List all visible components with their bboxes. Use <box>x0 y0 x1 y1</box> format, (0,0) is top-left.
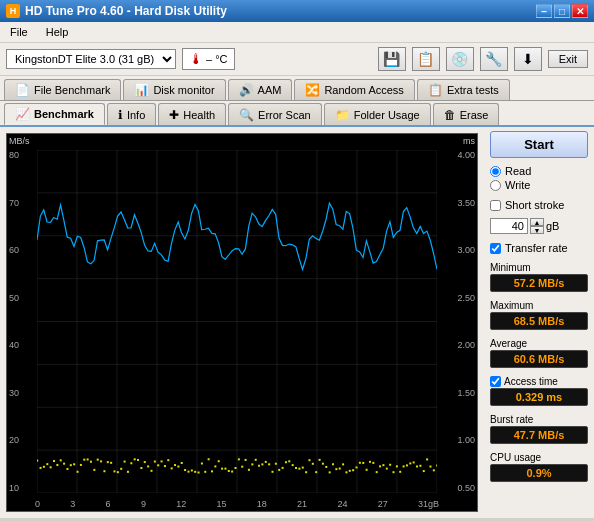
short-stroke-row: Short stroke <box>490 199 588 211</box>
tab-benchmark[interactable]: 📈 Benchmark <box>4 103 105 125</box>
chart-right-axis: 4.003.503.002.502.001.501.000.50 <box>457 150 475 493</box>
tab-extra-tests[interactable]: 📋 Extra tests <box>417 79 510 100</box>
write-radio[interactable] <box>490 180 501 191</box>
health-icon: ✚ <box>169 108 179 122</box>
read-write-group: Read Write <box>490 165 588 191</box>
menu-bar: File Help <box>0 22 594 43</box>
file-benchmark-icon: 📄 <box>15 83 30 97</box>
access-time-value: 0.329 ms <box>490 388 588 406</box>
toolbar-btn-4[interactable]: 🔧 <box>480 47 508 71</box>
close-button[interactable]: ✕ <box>572 4 588 18</box>
temperature-value: – °C <box>206 53 228 65</box>
burst-rate-label: Burst rate <box>490 414 533 425</box>
average-block: Average 60.6 MB/s <box>490 338 588 368</box>
burst-rate-block: Burst rate 47.7 MB/s <box>490 414 588 444</box>
read-radio[interactable] <box>490 166 501 177</box>
exit-button[interactable]: Exit <box>548 50 588 68</box>
spinner-up[interactable]: ▲ <box>530 218 544 226</box>
transfer-rate-label: Transfer rate <box>505 242 568 254</box>
tab-folder-usage[interactable]: 📁 Folder Usage <box>324 103 431 125</box>
tab-disk-monitor[interactable]: 📊 Disk monitor <box>123 79 225 100</box>
read-label: Read <box>505 165 531 177</box>
short-stroke-checkbox[interactable] <box>490 200 501 211</box>
window-title: HD Tune Pro 4.60 - Hard Disk Utility <box>25 4 227 18</box>
random-access-icon: 🔀 <box>305 83 320 97</box>
chart-ms-label: ms <box>463 136 475 146</box>
tab-aam[interactable]: 🔊 AAM <box>228 79 293 100</box>
start-button[interactable]: Start <box>490 131 588 158</box>
thermometer-icon: 🌡 <box>189 51 203 67</box>
aam-icon: 🔊 <box>239 83 254 97</box>
maximize-button[interactable]: □ <box>554 4 570 18</box>
maximum-block: Maximum 68.5 MB/s <box>490 300 588 330</box>
tabs-row-1: 📄 File Benchmark 📊 Disk monitor 🔊 AAM 🔀 … <box>0 76 594 101</box>
tab-random-access[interactable]: 🔀 Random Access <box>294 79 414 100</box>
chart-area: MB/s ms 4.003.503.002.502.001.501.000.50… <box>6 133 478 512</box>
erase-icon: 🗑 <box>444 108 456 122</box>
toolbar: KingstonDT Elite 3.0 (31 gB) 🌡 – °C 💾 📋 … <box>0 43 594 76</box>
benchmark-chart <box>37 150 437 493</box>
chart-left-axis: 8070605040302010 <box>9 150 19 493</box>
cpu-label: CPU usage <box>490 452 588 463</box>
access-time-block: Access time 0.329 ms <box>490 376 588 406</box>
tab-file-benchmark[interactable]: 📄 File Benchmark <box>4 79 121 100</box>
average-label: Average <box>490 338 527 349</box>
toolbar-btn-5[interactable]: ⬇ <box>514 47 542 71</box>
spinner-input[interactable] <box>490 218 528 234</box>
title-bar: H HD Tune Pro 4.60 - Hard Disk Utility –… <box>0 0 594 22</box>
menu-file[interactable]: File <box>6 24 32 40</box>
benchmark-icon: 📈 <box>15 107 30 121</box>
minimum-value: 57.2 MB/s <box>490 274 588 292</box>
average-value: 60.6 MB/s <box>490 350 588 368</box>
toolbar-btn-1[interactable]: 💾 <box>378 47 406 71</box>
folder-usage-icon: 📁 <box>335 108 350 122</box>
disk-monitor-icon: 📊 <box>134 83 149 97</box>
right-panel: Start Read Write Short stroke ▲ ▼ gB <box>484 127 594 518</box>
tab-erase[interactable]: 🗑 Erase <box>433 103 500 125</box>
spinner-buttons: ▲ ▼ <box>530 218 544 234</box>
minimum-label: Minimum <box>490 262 531 273</box>
cpu-block: CPU usage 0.9% <box>490 452 588 482</box>
info-icon: ℹ <box>118 108 123 122</box>
minimum-block: Minimum 57.2 MB/s <box>490 262 588 292</box>
maximum-label: Maximum <box>490 300 533 311</box>
maximum-value: 68.5 MB/s <box>490 312 588 330</box>
access-time-label: Access time <box>504 376 558 387</box>
spinner-row: ▲ ▼ gB <box>490 218 588 234</box>
error-scan-icon: 🔍 <box>239 108 254 122</box>
spinner-down[interactable]: ▼ <box>530 226 544 234</box>
drive-selector[interactable]: KingstonDT Elite 3.0 (31 gB) <box>6 49 176 69</box>
chart-mbs-label: MB/s <box>9 136 30 146</box>
menu-help[interactable]: Help <box>42 24 73 40</box>
spinner-unit: gB <box>546 220 559 232</box>
app-icon: H <box>6 4 20 18</box>
tab-error-scan[interactable]: 🔍 Error Scan <box>228 103 322 125</box>
extra-tests-icon: 📋 <box>428 83 443 97</box>
toolbar-btn-2[interactable]: 📋 <box>412 47 440 71</box>
transfer-rate-row: Transfer rate <box>490 242 588 254</box>
minimize-button[interactable]: – <box>536 4 552 18</box>
tab-health[interactable]: ✚ Health <box>158 103 226 125</box>
burst-rate-value: 47.7 MB/s <box>490 426 588 444</box>
temperature-display: 🌡 – °C <box>182 48 235 70</box>
tabs-row-2: 📈 Benchmark ℹ Info ✚ Health 🔍 Error Scan… <box>0 101 594 127</box>
tab-info[interactable]: ℹ Info <box>107 103 156 125</box>
write-label: Write <box>505 179 530 191</box>
main-content: MB/s ms 4.003.503.002.502.001.501.000.50… <box>0 127 594 518</box>
access-time-checkbox[interactable] <box>490 376 501 387</box>
toolbar-btn-3[interactable]: 💿 <box>446 47 474 71</box>
short-stroke-label: Short stroke <box>505 199 564 211</box>
chart-x-axis: 036912151821242731gB <box>35 499 439 509</box>
cpu-value: 0.9% <box>490 464 588 482</box>
transfer-rate-checkbox[interactable] <box>490 243 501 254</box>
